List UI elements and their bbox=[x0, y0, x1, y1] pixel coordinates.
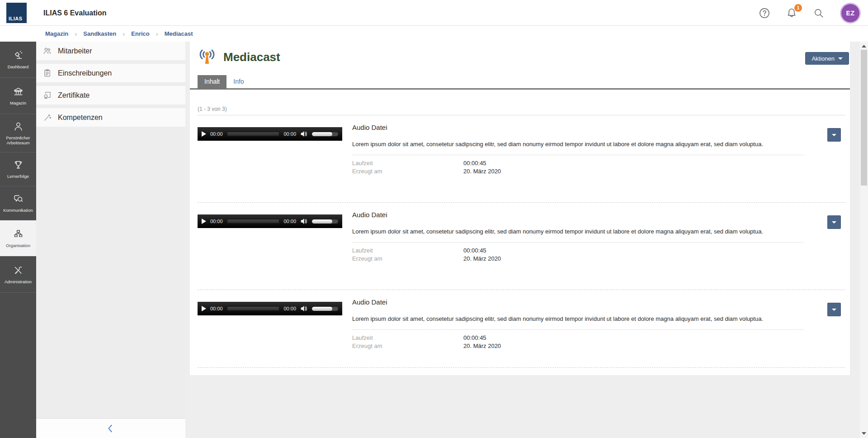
breadcrumb-separator-icon: › bbox=[75, 30, 77, 38]
ilias-app: ILIAS ILIAS 6 Evaluation 1 EZ Magazin › … bbox=[0, 0, 868, 438]
sidebar-item-persoenlicher-arbeitsraum[interactable]: Persönlicher Arbeitsraum bbox=[0, 114, 36, 152]
mute-speaker-icon[interactable] bbox=[300, 305, 308, 312]
media-item: 00:00 00:00 Audio Datei Lorem ipsum dolo… bbox=[198, 290, 845, 368]
play-button[interactable] bbox=[202, 306, 206, 311]
sidebar-item-administration[interactable]: Administration bbox=[0, 257, 36, 293]
property-value: 00:00:45 bbox=[463, 159, 486, 167]
scroll-down-arrow[interactable] bbox=[860, 430, 868, 437]
volume-slider[interactable] bbox=[312, 307, 338, 311]
tab-inhalt[interactable]: Inhalt bbox=[198, 75, 226, 88]
breadcrumb-link-sandkasten[interactable]: Sandkasten bbox=[83, 30, 116, 37]
competence-wand-icon bbox=[42, 113, 52, 122]
volume-fill bbox=[312, 219, 332, 224]
volume-fill bbox=[312, 132, 332, 136]
search-icon[interactable] bbox=[813, 7, 825, 19]
avatar-initials: EZ bbox=[841, 4, 859, 22]
sidebar-item-dashboard[interactable]: Dashboard bbox=[0, 42, 36, 78]
tab-info[interactable]: Info bbox=[226, 75, 250, 88]
enrolment-clipboard-icon bbox=[42, 68, 52, 78]
notifications-bell-icon[interactable]: 1 bbox=[786, 7, 797, 19]
property-label: Erzeugt am bbox=[352, 167, 463, 176]
sidebar-item-kommunikation[interactable]: Kommunikation bbox=[0, 186, 36, 220]
volume-slider[interactable] bbox=[312, 219, 338, 224]
caret-down-icon bbox=[832, 309, 836, 311]
property-label: Erzeugt am bbox=[352, 255, 463, 263]
divider bbox=[352, 242, 804, 243]
org-chart-icon bbox=[13, 229, 24, 240]
sidebar-item-lernerfolge[interactable]: Lernerfolge bbox=[0, 152, 36, 186]
repository-icon bbox=[13, 86, 24, 97]
media-item-title: Audio Datei bbox=[352, 298, 804, 306]
caret-down-icon bbox=[832, 221, 836, 224]
app-title: ILIAS 6 Evaluation bbox=[43, 0, 107, 26]
item-actions-dropdown-button[interactable] bbox=[827, 303, 841, 316]
duration: 00:00 bbox=[283, 131, 296, 137]
media-item: 00:00 00:00 Audio Datei Lorem ipsum dolo… bbox=[198, 203, 845, 290]
crossed-tools-icon bbox=[13, 265, 24, 276]
slate-item-kompetenzen[interactable]: Kompetenzen bbox=[36, 108, 185, 127]
sidebar-item-organisation[interactable]: Organisation bbox=[0, 220, 36, 257]
help-icon[interactable] bbox=[759, 7, 770, 19]
current-time: 00:00 bbox=[210, 131, 223, 137]
trophy-icon bbox=[13, 159, 24, 171]
item-actions-dropdown-button[interactable] bbox=[827, 215, 841, 229]
mute-speaker-icon[interactable] bbox=[300, 130, 308, 138]
current-time: 00:00 bbox=[210, 306, 223, 311]
top-header: ILIAS ILIAS 6 Evaluation 1 EZ bbox=[0, 0, 868, 26]
property-label: Erzeugt am bbox=[352, 342, 463, 350]
scrollbar-thumb[interactable] bbox=[861, 50, 867, 186]
seek-bar[interactable] bbox=[227, 306, 280, 311]
slate-item-einschreibungen[interactable]: Einschreibungen bbox=[36, 64, 185, 82]
volume-fill bbox=[312, 307, 332, 311]
ilias-logo[interactable]: ILIAS bbox=[6, 3, 27, 23]
user-avatar[interactable]: EZ bbox=[840, 3, 861, 24]
chevron-left-icon bbox=[106, 423, 116, 434]
media-item-title: Audio Datei bbox=[352, 124, 804, 131]
main-content-area: Mediacast Aktionen Inhalt Info (1 - 3 vo… bbox=[185, 42, 860, 438]
property-value: 20. März 2020 bbox=[463, 342, 501, 350]
play-button[interactable] bbox=[202, 131, 206, 137]
organisation-slate: Mitarbeiter Einschreibungen Zertifikate … bbox=[36, 42, 185, 438]
scroll-up-arrow[interactable] bbox=[860, 43, 868, 50]
main-sidebar: Dashboard Magazin Persönlicher Arbeitsra… bbox=[0, 42, 36, 438]
breadcrumb-link-enrico[interactable]: Enrico bbox=[131, 30, 149, 37]
media-item-title: Audio Datei bbox=[352, 211, 804, 219]
property-label: Laufzeit bbox=[352, 159, 463, 167]
person-icon bbox=[13, 121, 24, 132]
volume-slider[interactable] bbox=[312, 132, 338, 136]
slate-item-zertifikate[interactable]: Zertifikate bbox=[36, 86, 185, 105]
breadcrumb-link-magazin[interactable]: Magazin bbox=[45, 30, 68, 37]
tab-bar: Inhalt Info bbox=[198, 75, 850, 88]
tab-underline bbox=[190, 88, 850, 90]
divider bbox=[352, 155, 804, 155]
caret-down-icon bbox=[832, 134, 836, 136]
actions-dropdown-button[interactable]: Aktionen bbox=[805, 52, 849, 65]
sidebar-item-magazin[interactable]: Magazin bbox=[0, 78, 36, 114]
seek-bar[interactable] bbox=[227, 219, 280, 224]
duration: 00:00 bbox=[283, 306, 296, 311]
breadcrumb-bar: Magazin › Sandkasten › Enrico › Mediacas… bbox=[0, 26, 868, 42]
divider bbox=[352, 329, 804, 330]
media-item-description: Lorem ipsum dolor sit amet, consetetur s… bbox=[352, 228, 804, 236]
seek-bar[interactable] bbox=[227, 132, 280, 136]
property-value: 20. März 2020 bbox=[463, 255, 501, 263]
property-label: Laufzeit bbox=[352, 247, 463, 255]
mute-speaker-icon[interactable] bbox=[300, 218, 308, 225]
mediacast-broadcast-icon bbox=[198, 48, 217, 67]
vertical-scrollbar bbox=[860, 42, 868, 438]
play-button[interactable] bbox=[202, 219, 206, 224]
media-list: (1 - 3 von 3) 00:00 00:00 bbox=[190, 106, 850, 368]
breadcrumb-separator-icon: › bbox=[156, 30, 158, 38]
property-value: 00:00:45 bbox=[463, 334, 486, 342]
page-title: Mediacast bbox=[223, 48, 280, 67]
notification-badge: 1 bbox=[794, 4, 802, 12]
slate-item-mitarbeiter[interactable]: Mitarbeiter bbox=[36, 42, 185, 60]
collapse-slate-button[interactable] bbox=[36, 418, 185, 438]
certificate-icon bbox=[42, 90, 52, 100]
duration: 00:00 bbox=[283, 219, 296, 224]
breadcrumb-link-mediacast[interactable]: Mediacast bbox=[165, 30, 193, 37]
breadcrumb: Magazin › Sandkasten › Enrico › Mediacas… bbox=[45, 26, 193, 42]
breadcrumb-separator-icon: › bbox=[123, 30, 125, 38]
item-actions-dropdown-button[interactable] bbox=[827, 128, 841, 142]
content-header: Mediacast Aktionen bbox=[190, 42, 850, 70]
